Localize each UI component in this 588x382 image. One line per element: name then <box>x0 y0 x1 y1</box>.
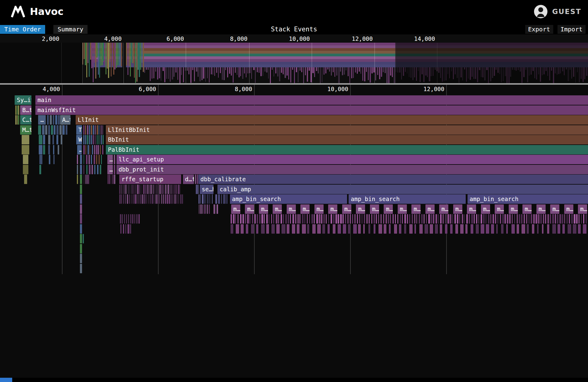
flame-frame-sliver[interactable] <box>102 135 104 144</box>
flame-frame[interactable]: m… <box>467 204 476 214</box>
flame-frame-sliver[interactable] <box>95 125 96 135</box>
flame-frame-sliver[interactable] <box>317 224 321 234</box>
flame-frame-sliver[interactable] <box>393 214 394 224</box>
flame-frame[interactable]: m… <box>328 204 337 214</box>
flame-frame-sliver[interactable] <box>276 214 277 224</box>
flame-frame-sliver[interactable] <box>389 224 391 234</box>
flame-frame-sliver[interactable] <box>89 125 90 135</box>
flame-frame-sliver[interactable] <box>94 145 95 154</box>
flame-frame-sliver[interactable] <box>150 194 150 204</box>
flame-frame-sliver[interactable] <box>99 155 100 164</box>
flame-frame[interactable]: … <box>38 115 46 125</box>
flame-frame-sliver[interactable] <box>129 194 130 204</box>
flame-frame-sliver[interactable] <box>130 214 131 224</box>
flame-frame-sliver[interactable] <box>436 214 437 224</box>
export-button[interactable]: Export <box>525 25 553 34</box>
flame-frame-sliver[interactable] <box>161 194 162 204</box>
flame-frame-sliver[interactable] <box>266 224 269 234</box>
flame-frame-sliver[interactable] <box>288 214 289 224</box>
flame-frame-sliver[interactable] <box>163 194 164 204</box>
flame-frame-sliver[interactable] <box>43 145 45 154</box>
flame-frame-sliver[interactable] <box>200 204 202 214</box>
flame-frame-sliver[interactable] <box>416 214 417 224</box>
flame-frame[interactable]: main <box>35 95 588 105</box>
flame-frame-sliver[interactable] <box>95 135 95 144</box>
flame-frame-sliver[interactable] <box>350 214 351 224</box>
flame-frame-sliver[interactable] <box>113 175 113 184</box>
flame-frame-sliver[interactable] <box>146 194 147 204</box>
flame-frame-sliver[interactable] <box>140 185 141 194</box>
flame-frame-sliver[interactable] <box>152 185 152 194</box>
flame-frame-sliver[interactable] <box>130 224 131 234</box>
flame-frame-sliver[interactable] <box>476 224 479 234</box>
flame-frame-sliver[interactable] <box>53 145 55 154</box>
flame-frame-sliver[interactable] <box>428 214 430 224</box>
flame-frame[interactable]: M…t <box>20 125 31 135</box>
flame-frame-sliver[interactable] <box>493 214 494 224</box>
flame-frame-sliver[interactable] <box>540 214 542 224</box>
flame-frame-sliver[interactable] <box>338 224 341 234</box>
flame-frame-sliver[interactable] <box>564 214 565 224</box>
flame-frame-sliver[interactable] <box>558 224 561 234</box>
flame-frame-sliver[interactable] <box>134 185 135 194</box>
flame-frame-sliver[interactable] <box>414 214 416 224</box>
flame-frame-sliver[interactable] <box>52 135 54 144</box>
flame-frame-sliver[interactable] <box>583 214 584 224</box>
flame-frame-sliver[interactable] <box>98 145 99 154</box>
flame-frame-sliver[interactable] <box>131 185 132 194</box>
flame-frame-sliver[interactable] <box>527 224 529 234</box>
flame-frame-sliver[interactable] <box>102 125 103 135</box>
flame-frame-sliver[interactable] <box>207 204 208 214</box>
flame-frame-sliver[interactable] <box>426 214 427 224</box>
flame-frame-sliver[interactable] <box>221 194 222 204</box>
flame-frame-sliver[interactable] <box>80 204 82 214</box>
flame-frame-sliver[interactable] <box>91 125 92 135</box>
flame-frame-sliver[interactable] <box>177 185 177 194</box>
flame-frame-sliver[interactable] <box>97 165 99 174</box>
flame-frame-sliver[interactable] <box>342 214 344 224</box>
flame-frame[interactable]: m… <box>550 204 559 214</box>
flame-frame[interactable]: m… <box>536 204 546 214</box>
flame-frame-sliver[interactable] <box>125 185 126 194</box>
flame-frame-sliver[interactable] <box>292 224 295 234</box>
flame-frame-sliver[interactable] <box>140 194 142 204</box>
flame-frame-sliver[interactable] <box>233 214 235 224</box>
flame-frame[interactable]: LlInitBbInit <box>106 125 588 135</box>
flame-frame[interactable]: m… <box>314 204 324 214</box>
flame-frame-sliver[interactable] <box>402 214 403 224</box>
flame-frame[interactable]: rffe_startup <box>119 175 181 184</box>
flame-frame[interactable]: BbInit <box>106 135 588 144</box>
flame-frame-sliver[interactable] <box>425 224 428 234</box>
flame-frame-sliver[interactable] <box>374 214 375 224</box>
flame-frame-sliver[interactable] <box>197 175 198 184</box>
flame-frame-sliver[interactable] <box>48 125 50 135</box>
flame-frame-sliver[interactable] <box>226 194 227 204</box>
flame-frame-sliver[interactable] <box>335 214 337 224</box>
flame-frame-sliver[interactable] <box>223 194 224 204</box>
flame-frame-sliver[interactable] <box>135 185 136 194</box>
flame-frame-sliver[interactable] <box>304 214 305 224</box>
flame-frame-sliver[interactable] <box>149 185 150 194</box>
flame-frame-sliver[interactable] <box>17 105 18 115</box>
flame-frame-sliver[interactable] <box>218 194 220 204</box>
flame-frame-sliver[interactable] <box>55 115 57 125</box>
flame-frame-sliver[interactable] <box>123 194 124 204</box>
flame-frame-sliver[interactable] <box>152 194 153 204</box>
flame-frame-sliver[interactable] <box>175 185 176 194</box>
flame-frame-sliver[interactable] <box>111 175 112 184</box>
flame-frame-sliver[interactable] <box>120 224 121 234</box>
flame-frame-sliver[interactable] <box>486 224 489 234</box>
flame-frame-sliver[interactable] <box>93 135 94 144</box>
flame-frame[interactable]: m… <box>481 204 490 214</box>
flame-frame-sliver[interactable] <box>133 185 134 194</box>
flame-frame[interactable]: m… <box>453 204 462 214</box>
flame-frame-sliver[interactable] <box>48 145 50 154</box>
flame-frame-sliver[interactable] <box>137 194 137 204</box>
flame-frame-sliver[interactable] <box>240 214 242 224</box>
flame-frame-sliver[interactable] <box>96 155 97 164</box>
flame-frame-sliver[interactable] <box>532 224 535 234</box>
flame-frame[interactable]: LlInit <box>76 115 588 125</box>
flame-frame-sliver[interactable] <box>536 214 537 224</box>
flame-frame-sliver[interactable] <box>49 155 50 164</box>
flame-frame-sliver[interactable] <box>202 204 203 214</box>
